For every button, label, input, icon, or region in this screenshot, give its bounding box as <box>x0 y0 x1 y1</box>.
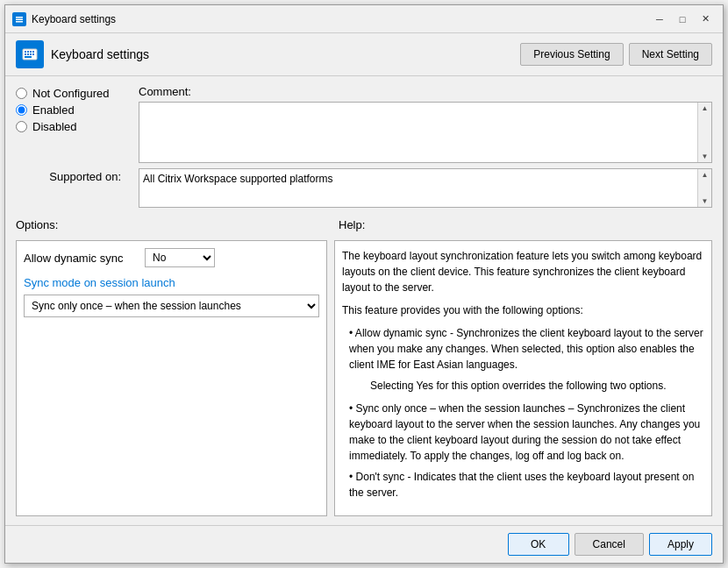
options-title: Options: <box>16 218 58 231</box>
minimize-button[interactable]: ─ <box>649 10 670 29</box>
dynamic-sync-select[interactable]: No Yes <box>145 248 215 267</box>
supported-scroll-up: ▲ <box>702 171 709 179</box>
options-panel: Allow dynamic sync No Yes Sync mode on s… <box>16 240 327 516</box>
title-bar: Keyboard settings ─ □ ✕ <box>5 5 723 33</box>
help-col-header: Help: <box>339 218 712 231</box>
ok-button[interactable]: OK <box>508 533 569 556</box>
help-title: Help: <box>339 218 365 231</box>
disabled-radio[interactable] <box>16 121 27 132</box>
disabled-label: Disabled <box>32 120 77 133</box>
enabled-option[interactable]: Enabled <box>16 103 121 117</box>
svg-rect-1 <box>16 17 23 18</box>
maximize-button[interactable]: □ <box>672 10 693 29</box>
help-panel: The keyboard layout synchronization feat… <box>334 240 712 516</box>
sync-mode-label: Sync mode on session launch <box>24 276 319 289</box>
cancel-button[interactable]: Cancel <box>575 533 644 556</box>
comment-section: Comment: ▲ ▼ <box>139 85 712 163</box>
svg-rect-2 <box>16 18 23 20</box>
options-col-header: Options: <box>16 218 332 231</box>
comment-label: Comment: <box>139 85 712 98</box>
help-para-1: The keyboard layout synchronization feat… <box>342 248 704 295</box>
svg-rect-7 <box>30 51 32 53</box>
svg-rect-12 <box>32 53 34 55</box>
window-icon <box>12 12 26 26</box>
comment-textarea[interactable] <box>139 102 712 163</box>
help-para-2: This feature provides you with the follo… <box>342 302 704 318</box>
window-controls: ─ □ ✕ <box>649 10 716 29</box>
supported-label: Supported on: <box>16 168 121 183</box>
supported-scroll-down: ▼ <box>702 197 709 205</box>
close-button[interactable]: ✕ <box>695 10 716 29</box>
radio-group: Not Configured Enabled Disabled <box>16 85 121 133</box>
svg-rect-6 <box>27 51 29 53</box>
header-bar: Keyboard settings Previous Setting Next … <box>5 33 723 76</box>
comment-scrollbar: ▲ ▼ <box>697 103 711 162</box>
svg-rect-8 <box>32 51 34 53</box>
enabled-label: Enabled <box>32 103 75 117</box>
main-panels: Allow dynamic sync No Yes Sync mode on s… <box>16 240 712 516</box>
sync-mode-select[interactable]: Sync only once – when the session launch… <box>24 295 319 317</box>
content-area: Not Configured Enabled Disabled Comment:… <box>5 76 723 525</box>
svg-rect-3 <box>16 21 23 23</box>
supported-scrollbar: ▲ ▼ <box>697 169 711 207</box>
sync-mode-section: Sync mode on session launch Sync only on… <box>24 276 319 317</box>
svg-rect-5 <box>25 51 26 53</box>
apply-button[interactable]: Apply <box>649 533 712 556</box>
keyboard-settings-window: Keyboard settings ─ □ ✕ Keyboard setting… <box>4 4 724 564</box>
footer: OK Cancel Apply <box>5 525 723 563</box>
dynamic-sync-label: Allow dynamic sync <box>24 252 138 265</box>
previous-setting-button[interactable]: Previous Setting <box>520 43 623 66</box>
not-configured-radio[interactable] <box>16 88 27 99</box>
config-section: Not Configured Enabled Disabled Comment:… <box>16 85 712 163</box>
supported-section: Supported on: All Citrix Workspace suppo… <box>16 168 712 208</box>
disabled-option[interactable]: Disabled <box>16 120 121 133</box>
panels-header: Options: Help: <box>16 218 712 231</box>
svg-rect-9 <box>25 53 26 55</box>
not-configured-option[interactable]: Not Configured <box>16 87 121 100</box>
not-configured-label: Not Configured <box>32 87 109 100</box>
svg-rect-11 <box>30 53 32 55</box>
supported-box: All Citrix Workspace supported platforms… <box>139 168 712 208</box>
svg-rect-10 <box>27 53 29 55</box>
help-para-6: • Don't sync - Indicates that the client… <box>349 469 704 501</box>
scroll-up-arrow: ▲ <box>702 104 709 112</box>
help-para-4: Selecting Yes for this option overrides … <box>370 378 704 394</box>
enabled-radio[interactable] <box>16 104 27 116</box>
header-icon <box>16 40 44 68</box>
dynamic-sync-row: Allow dynamic sync No Yes <box>24 248 319 267</box>
scroll-down-arrow: ▼ <box>702 153 709 160</box>
next-setting-button[interactable]: Next Setting <box>629 43 712 66</box>
supported-value: All Citrix Workspace supported platforms <box>143 173 333 185</box>
svg-rect-13 <box>25 56 32 58</box>
help-para-3: • Allow dynamic sync - Synchronizes the … <box>349 325 704 373</box>
help-para-5: • Sync only once – when the session laun… <box>349 401 704 464</box>
window-title: Keyboard settings <box>32 13 649 25</box>
header-title: Keyboard settings <box>51 47 513 61</box>
header-buttons: Previous Setting Next Setting <box>520 43 712 66</box>
